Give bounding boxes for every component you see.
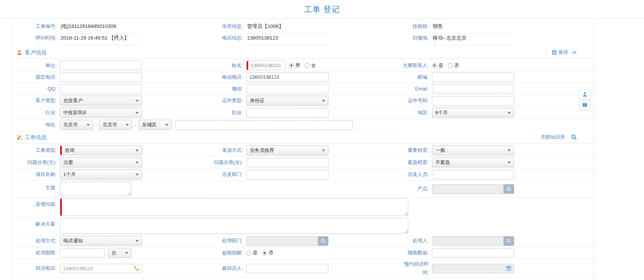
primary-contact-no-radio[interactable]: 否 — [448, 62, 459, 69]
importance-select[interactable]: 一般 — [432, 145, 514, 155]
address-province-select[interactable]: 北京市 — [60, 120, 93, 130]
deadline-label: 处理期限: — [12, 249, 60, 257]
gender-female-radio[interactable]: 女 — [305, 62, 316, 69]
phone-icon — [134, 266, 139, 271]
feedback-label: 反馈问题: — [12, 198, 60, 208]
skill-group-label: 技能组: — [400, 22, 432, 31]
wechat-input[interactable] — [246, 84, 328, 93]
category-sub-label: 问题分类(次): — [206, 158, 246, 167]
deadline-input[interactable] — [60, 248, 105, 258]
importance-label: 重要程度: — [400, 146, 432, 155]
category-main-label: 问题分类(主): — [12, 158, 60, 167]
project-select[interactable]: 1个月 — [60, 170, 142, 179]
urgency-label: 紧急程度: — [400, 158, 432, 167]
fixed-phone-input[interactable] — [60, 72, 142, 82]
industry-select[interactable]: 中投富民B — [60, 108, 142, 118]
handle-method-select[interactable]: 电话通知 — [60, 236, 142, 246]
order-section-title: 工单信息 — [25, 134, 47, 141]
deadline-unit-select[interactable]: 分 — [108, 248, 131, 258]
handle-dept-input[interactable] — [246, 236, 318, 246]
customer-panel-side-tab[interactable] — [579, 89, 591, 99]
order-section-header: 工单信息 关联知识库: — [12, 131, 594, 144]
category-main-select[interactable]: 注册 — [60, 158, 142, 167]
name-label: 姓名: — [206, 61, 246, 70]
callback-phone-input[interactable] — [60, 264, 142, 273]
collapse-chevron-icon[interactable] — [572, 50, 577, 55]
email-label: Email: — [400, 85, 432, 93]
mobile-input[interactable] — [246, 72, 328, 82]
urgency-select[interactable]: 不紧急 — [432, 158, 514, 167]
calendar-button[interactable] — [506, 266, 511, 271]
handler-input[interactable] — [432, 236, 504, 246]
address-city-select[interactable]: 北京市 — [99, 120, 132, 130]
address-label: 地址: — [12, 121, 60, 129]
id-number-label: 证件号码: — [400, 96, 432, 105]
main-panel: 工单编号:[电]18112916495010308 坐席信息:管理员【1006】… — [11, 19, 594, 280]
product-search-button[interactable] — [504, 184, 514, 194]
chevron-down-icon — [126, 124, 129, 126]
zipcode-input[interactable] — [432, 72, 514, 82]
id-type-label: 证件类型: — [206, 96, 246, 105]
customer-section-title: 客户信息 — [25, 49, 47, 56]
knowledge-base-search-button[interactable] — [571, 134, 577, 140]
handler-search-button[interactable] — [504, 236, 514, 246]
chevron-down-icon — [136, 100, 139, 102]
product-input[interactable] — [432, 184, 504, 194]
customer-icon — [17, 50, 22, 55]
customer-type-select[interactable]: 在投客户 — [60, 96, 142, 106]
dept-involved-label: 涉及部门: — [206, 170, 246, 179]
search-icon — [571, 134, 577, 140]
id-number-input[interactable] — [432, 96, 514, 106]
handle-dept-label: 处理部门: — [206, 237, 246, 245]
qq-input[interactable] — [60, 84, 142, 93]
save-button[interactable]: 保存 — [552, 49, 568, 56]
qq-label: QQ: — [12, 85, 60, 93]
overdue-no-radio[interactable]: 否 — [262, 249, 273, 256]
attribution-label: 归属地: — [400, 34, 432, 42]
callback-person-input[interactable] — [246, 264, 328, 273]
handle-dept-search-button[interactable] — [318, 236, 328, 246]
order-no-label: 工单编号: — [12, 22, 60, 31]
solution-textarea[interactable] — [60, 218, 408, 234]
person-icon — [582, 92, 588, 97]
occupation-input[interactable] — [246, 108, 328, 118]
subject-label: 主题: — [12, 182, 60, 192]
unit-label: 单位: — [12, 61, 60, 70]
region-select[interactable]: 6个月 — [432, 108, 514, 118]
gender-male-radio[interactable]: 男 — [289, 62, 300, 69]
chevron-down-icon — [508, 112, 511, 114]
order-type-select[interactable]: 咨询 — [60, 145, 142, 155]
email-input[interactable] — [432, 84, 514, 93]
category-sub-input[interactable] — [246, 158, 328, 167]
radio-icon — [305, 63, 310, 68]
id-type-select[interactable]: 身份证 — [246, 96, 328, 106]
overdue-yes-radio[interactable]: 是 — [246, 249, 258, 256]
calendar-icon — [506, 266, 511, 271]
industry-label: 行业: — [12, 109, 60, 117]
order-no-value: [电]18112916495010308 — [60, 22, 141, 34]
unit-input[interactable] — [60, 61, 142, 70]
knowledge-base-label: 关联知识库: — [540, 134, 566, 141]
primary-contact-yes-radio[interactable]: 是 — [432, 62, 443, 69]
source-select[interactable]: 业务员推荐 — [246, 145, 328, 155]
phone-info-value: 13800138123 — [246, 34, 327, 45]
order-form: 工单类型: 咨询 来源方式: 业务员推荐 重要程度: 一般 问题分类(主): 注… — [12, 144, 594, 278]
address-detail-input[interactable] — [175, 120, 353, 130]
chevron-down-icon — [136, 112, 139, 114]
knowledge-panel-side-tab[interactable] — [579, 100, 591, 110]
subject-textarea[interactable] — [60, 182, 131, 196]
dept-involved-input[interactable] — [246, 170, 328, 179]
chevron-down-icon — [125, 252, 128, 254]
name-input[interactable] — [246, 61, 285, 70]
search-icon — [507, 239, 511, 243]
address-district-select[interactable]: 东城区 — [139, 120, 172, 130]
book-icon — [582, 103, 588, 108]
callback-time-input[interactable] — [432, 264, 514, 273]
chevron-down-icon — [136, 162, 139, 164]
primary-contact-label: 主要联系人: — [400, 61, 432, 70]
call-button[interactable] — [134, 266, 139, 271]
person-involved-input[interactable] — [432, 170, 514, 179]
attached-data-input[interactable] — [432, 248, 514, 258]
feedback-textarea[interactable] — [60, 198, 408, 216]
customer-form: 单位: 姓名: 男 女 主要联系人: 是 否 固定电话: 移动电话: 邮编: Q… — [12, 59, 594, 131]
